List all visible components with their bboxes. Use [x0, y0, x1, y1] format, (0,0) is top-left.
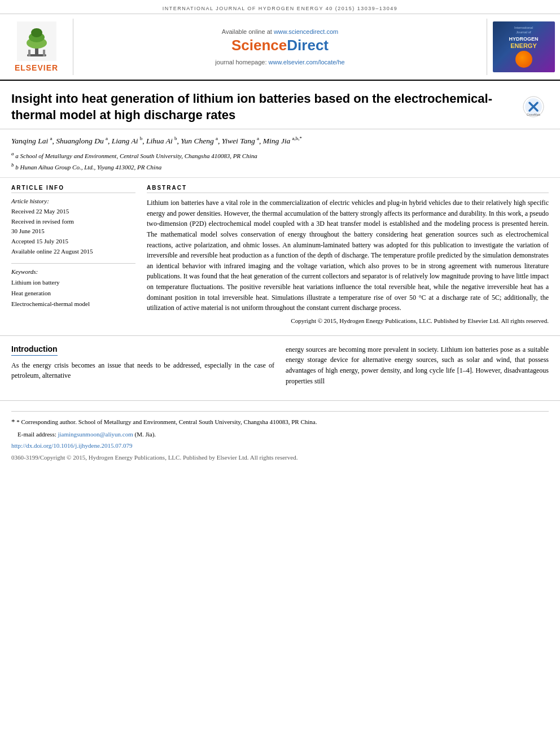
- hj-hydrogen-text: HYDROGEN: [509, 36, 538, 42]
- svg-rect-7: [43, 50, 45, 56]
- article-info-col: Article Info Article history: Received 2…: [11, 185, 135, 329]
- accepted-date: Accepted 15 July 2015: [11, 237, 135, 247]
- keyword-2: Heat generation: [11, 288, 135, 299]
- article-title: Insight into heat generation of lithium …: [11, 91, 509, 123]
- available-online-date: Available online 22 August 2015: [11, 247, 135, 257]
- abstract-copyright: Copyright © 2015, Hydrogen Energy Public…: [147, 316, 549, 326]
- footnote-star: *: [11, 417, 15, 426]
- doi-footnote: http://dx.doi.org/10.1016/j.ijhydene.201…: [11, 441, 549, 451]
- received-date: Received 22 May 2015: [11, 207, 135, 217]
- sd-direct-text: Direct: [287, 37, 329, 54]
- crossmark-badge[interactable]: CrossMark: [518, 91, 549, 122]
- svg-rect-6: [28, 50, 30, 56]
- authors-area: Yanqing Lai a, Shuanglong Du a, Liang Ai…: [0, 129, 560, 178]
- journal-logo-area: InternationalJournal of HYDROGEN ENERGY: [487, 19, 560, 75]
- authors-line: Yanqing Lai a, Shuanglong Du a, Liang Ai…: [11, 135, 549, 147]
- introduction-section: Introduction As the energy crisis become…: [11, 344, 549, 386]
- hj-circle-decoration: [515, 51, 532, 68]
- introduction-left-text: As the energy crisis becomes an issue th…: [11, 360, 274, 381]
- keywords-label: Keywords:: [11, 268, 135, 275]
- svg-text:CrossMark: CrossMark: [526, 113, 540, 116]
- abstract-text: Lithium ion batteries have a vital role …: [147, 198, 549, 326]
- introduction-left: Introduction As the energy crisis become…: [11, 344, 274, 386]
- journal-header-bar: International Journal of Hydrogen Energy…: [0, 0, 560, 14]
- affiliations: a a School of Metallurgy and Environment…: [11, 150, 549, 172]
- introduction-title: Introduction: [11, 344, 58, 356]
- journal-homepage-line: journal homepage: www.elsevier.com/locat…: [215, 59, 344, 65]
- hydrogen-journal-cover: InternationalJournal of HYDROGEN ENERGY: [493, 21, 555, 72]
- article-history-title: Article history:: [11, 198, 135, 204]
- article-title-container: Insight into heat generation of lithium …: [11, 91, 518, 123]
- sciencedirect-logo: ScienceDirect: [231, 37, 329, 54]
- article-history: Article history: Received 22 May 2015 Re…: [11, 198, 135, 256]
- affiliation-b: b b Hunan Aihua Group Co., Ltd., Yiyang …: [11, 161, 549, 172]
- article-info-abstract-section: Article Info Article history: Received 2…: [0, 178, 560, 336]
- crossmark-icon: CrossMark: [522, 95, 545, 118]
- email-link[interactable]: jiamingsunmoon@aliyun.com: [58, 431, 133, 438]
- center-header: Available online at www.sciencedirect.co…: [73, 19, 487, 75]
- keyword-3: Electrochemical-thermal model: [11, 299, 135, 309]
- elsevier-brand-text: ELSEVIER: [15, 63, 58, 72]
- corresponding-author-footnote: * * Corresponding author. School of Meta…: [11, 416, 549, 427]
- sciencedirect-url[interactable]: www.sciencedirect.com: [274, 28, 338, 35]
- corresponding-author-text: * Corresponding author. School of Metall…: [16, 418, 317, 425]
- affiliation-a: a a School of Metallurgy and Environment…: [11, 150, 549, 160]
- body-content: Introduction As the energy crisis become…: [0, 336, 560, 395]
- abstract-paragraph: Lithium ion batteries have a vital role …: [147, 198, 549, 313]
- available-online-text: Available online at www.sciencedirect.co…: [222, 28, 338, 35]
- publisher-header: ELSEVIER Available online at www.science…: [0, 14, 560, 81]
- keywords-section: Keywords: Lithium ion battery Heat gener…: [11, 268, 135, 309]
- email-footnote: E-mail address: jiamingsunmoon@aliyun.co…: [11, 430, 549, 439]
- introduction-right: energy sources are becoming more prevale…: [286, 344, 549, 386]
- keyword-1: Lithium ion battery: [11, 277, 135, 288]
- elsevier-logo-area: ELSEVIER: [0, 19, 73, 75]
- email-label: E-mail address:: [18, 431, 56, 438]
- hj-energy-text: ENERGY: [510, 42, 536, 49]
- hj-international-text: InternationalJournal of: [514, 26, 533, 35]
- sd-science-text: Science: [231, 37, 287, 54]
- received-revised-date: 30 June 2015: [11, 226, 135, 237]
- journal-header-text: International Journal of Hydrogen Energy…: [163, 6, 398, 11]
- email-person: (M. Jia).: [135, 431, 156, 438]
- elsevier-tree-icon: [17, 21, 56, 61]
- article-info-label: Article Info: [11, 185, 135, 193]
- abstract-col: Abstract Lithium ion batteries have a vi…: [147, 185, 549, 329]
- doi-link[interactable]: http://dx.doi.org/10.1016/j.ijhydene.201…: [11, 442, 133, 449]
- journal-homepage-label: journal homepage:: [215, 59, 266, 65]
- journal-homepage-url[interactable]: www.elsevier.com/locate/he: [269, 59, 345, 65]
- copyright-footer: 0360-3199/Copyright © 2015, Hydrogen Ene…: [11, 454, 549, 461]
- article-title-area: Insight into heat generation of lithium …: [0, 81, 560, 129]
- svg-point-4: [31, 28, 42, 37]
- abstract-label: Abstract: [147, 185, 549, 193]
- received-revised-label: Received in revised form: [11, 217, 135, 227]
- page-footer: * * Corresponding author. School of Meta…: [0, 400, 560, 466]
- introduction-right-text: energy sources are becoming more prevale…: [286, 344, 549, 386]
